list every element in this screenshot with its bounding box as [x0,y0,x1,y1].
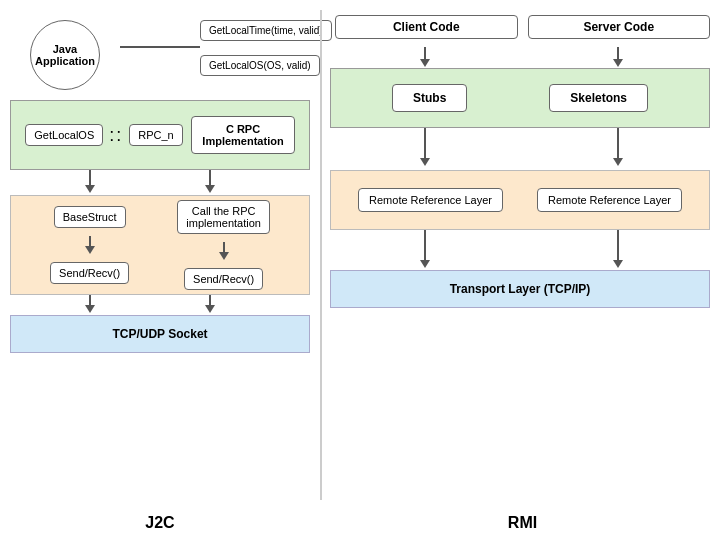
left-orange-band: BaseStruct Send/Recv() Call the RPC impl… [10,195,310,295]
arrow-skeletons-down [613,128,623,166]
remote-ref-right-box: Remote Reference Layer [537,188,682,212]
arrow-left-tcp-1 [80,295,100,313]
base-struct-box: BaseStruct [54,206,126,228]
right-orange-band: Remote Reference Layer Remote Reference … [330,170,710,230]
skeletons-box: Skeletons [549,84,648,112]
stubs-box: Stubs [392,84,467,112]
arrow-remoteref-right-down [613,230,623,268]
java-app-circle: Java Application [30,20,100,90]
get-local-time-label: GetLocalTime(time, valid) [209,25,323,36]
tcp-udp-label: TCP/UDP Socket [112,327,207,341]
arrow-left-1 [80,170,100,193]
arrow-client-down [420,47,430,67]
right-green-band: Stubs Skeletons [330,68,710,128]
arrow-to-getlocaltime [120,28,200,48]
call-rpc-box: Call the RPC implementation [177,200,270,234]
c-rpc-box: C RPC Implementation [191,116,294,154]
java-app-label: Java Application [35,43,95,67]
send-recv-right-box: Send/Recv() [184,268,263,290]
get-local-os-label: GetLocalOS(OS, valid) [209,60,311,71]
dots-separator: :: [109,125,123,146]
left-blue-band: TCP/UDP Socket [10,315,310,353]
arrow-stubs-down [420,128,430,166]
client-code-box: Client Code [335,15,518,39]
arrow-left-tcp-2 [200,295,220,313]
rmi-headers: Client Code Server Code [335,15,710,39]
get-local-time-box: GetLocalTime(time, valid) [200,20,332,41]
server-code-box: Server Code [528,15,711,39]
get-local-os-box: GetLocalOS(OS, valid) [200,55,320,76]
get-local-os-inner-box: GetLocalOS [25,124,103,146]
rpc-n-box: RPC_n [129,124,182,146]
arrow-remoteref-left-down [420,230,430,268]
separator [320,10,322,500]
diagram-container: Java Application GetLocalTime(time, vali… [0,0,720,540]
send-recv-left-box: Send/Recv() [50,262,129,284]
remote-ref-left-box: Remote Reference Layer [358,188,503,212]
arrow-server-down [613,47,623,67]
transport-label: Transport Layer (TCP/IP) [450,282,591,296]
arrow-left-2 [200,170,220,193]
right-blue-band: Transport Layer (TCP/IP) [330,270,710,308]
rmi-title: RMI [335,514,710,532]
left-green-band: GetLocalOS :: RPC_n C RPC Implementation [10,100,310,170]
j2c-title: J2C [10,514,310,532]
